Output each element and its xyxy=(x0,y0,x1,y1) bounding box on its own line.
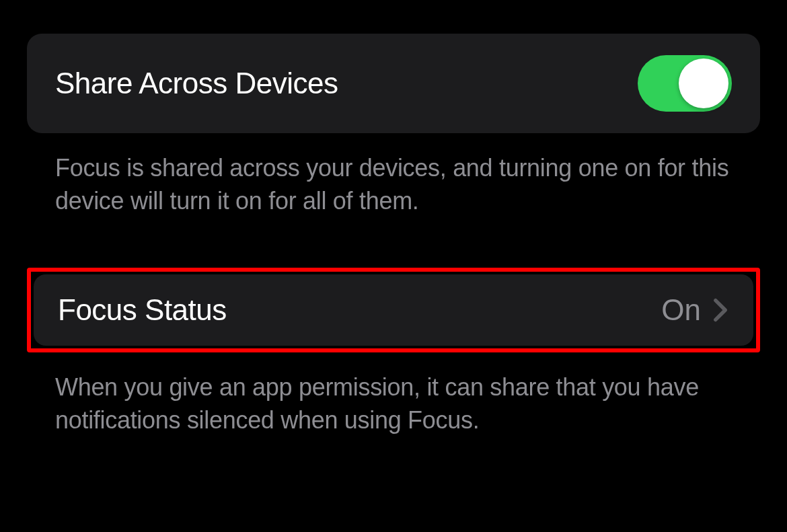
focus-status-value: On xyxy=(661,293,701,327)
share-across-devices-footer: Focus is shared across your devices, and… xyxy=(27,133,760,217)
focus-status-label: Focus Status xyxy=(58,293,227,327)
focus-status-right: On xyxy=(661,293,728,327)
share-across-devices-toggle[interactable] xyxy=(638,55,732,112)
share-across-devices-label: Share Across Devices xyxy=(55,67,338,100)
highlight-box: Focus Status On xyxy=(27,268,760,352)
focus-status-row[interactable]: Focus Status On xyxy=(34,274,753,346)
share-across-devices-row[interactable]: Share Across Devices xyxy=(27,34,760,133)
chevron-right-icon xyxy=(713,298,728,322)
focus-status-footer: When you give an app permission, it can … xyxy=(27,352,760,436)
toggle-knob xyxy=(679,59,728,108)
